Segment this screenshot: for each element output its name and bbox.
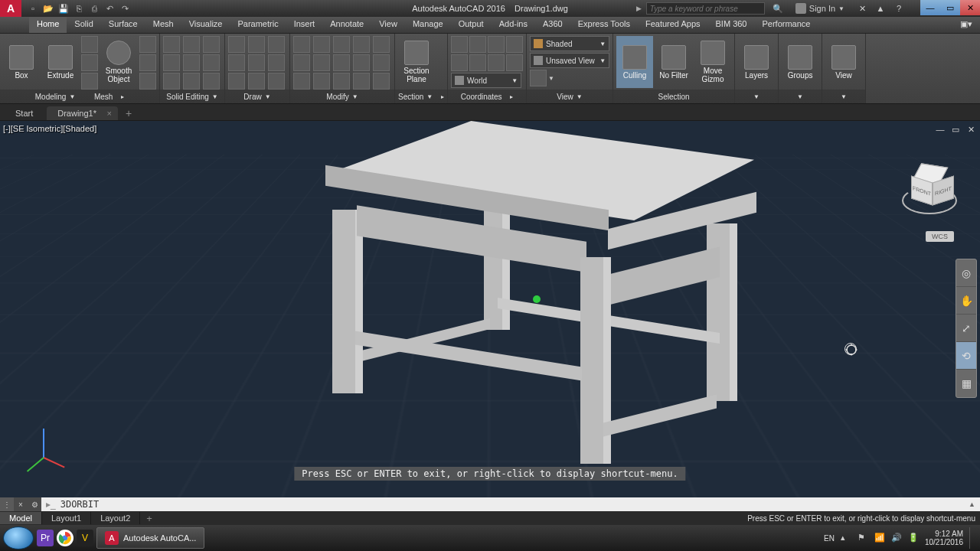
new-tab-button[interactable]: + bbox=[121, 106, 136, 120]
nav-orbit-icon[interactable]: ⟲ bbox=[956, 342, 976, 370]
visual-style-combo[interactable]: Shaded▼ bbox=[530, 36, 609, 51]
taskbar-chrome-icon[interactable] bbox=[57, 530, 74, 546]
tab-view[interactable]: View bbox=[371, 17, 405, 33]
stretch-icon[interactable] bbox=[353, 54, 370, 71]
tab-insert[interactable]: Insert bbox=[286, 17, 323, 33]
close-button[interactable]: ✕ bbox=[960, 0, 980, 15]
extract-icon[interactable] bbox=[163, 73, 180, 90]
offset-icon[interactable] bbox=[183, 73, 200, 90]
cmdline-close-icon[interactable]: × bbox=[14, 497, 28, 511]
add-layout-button[interactable]: + bbox=[140, 511, 158, 526]
qat-new-icon[interactable]: ▫ bbox=[26, 2, 40, 15]
view2-dropdown-icon[interactable]: ▼ bbox=[841, 93, 847, 100]
ribbon-collapse-icon[interactable]: ▣▾ bbox=[952, 17, 980, 33]
array-icon[interactable] bbox=[373, 36, 390, 53]
3d-model-table[interactable] bbox=[283, 121, 773, 488]
panel-label-mesh[interactable]: Mesh bbox=[94, 93, 113, 101]
mirror-icon[interactable] bbox=[313, 54, 330, 71]
explode-icon[interactable] bbox=[373, 54, 390, 71]
viewcube[interactable]: FRONT RIGHT bbox=[899, 161, 960, 222]
ellipse-icon[interactable] bbox=[268, 54, 285, 71]
move-icon[interactable] bbox=[293, 36, 310, 53]
tab-model[interactable]: Model bbox=[0, 512, 42, 524]
ucs-icon-2[interactable] bbox=[469, 36, 486, 53]
copy-icon[interactable] bbox=[293, 54, 310, 71]
nav-pan-icon[interactable]: ✋ bbox=[956, 287, 976, 315]
wcs-badge[interactable]: WCS bbox=[926, 231, 954, 242]
minimize-button[interactable]: — bbox=[920, 0, 940, 15]
viewport[interactable]: [-][SE Isometric][Shaded] — ▭ ✕ FRONT RI bbox=[0, 121, 980, 497]
tab-bim360[interactable]: BIM 360 bbox=[708, 17, 755, 33]
slice-icon[interactable] bbox=[163, 54, 180, 71]
panel-label-section[interactable]: Section bbox=[398, 93, 423, 101]
view-button[interactable]: View bbox=[825, 36, 862, 88]
polysolid-icon[interactable] bbox=[81, 36, 98, 53]
section-plane-button[interactable]: Section Plane bbox=[398, 36, 435, 88]
move-gizmo-button[interactable]: Move Gizmo bbox=[694, 36, 731, 88]
panel-label-view[interactable]: View bbox=[557, 93, 573, 101]
tray-flag-icon[interactable]: ⚑ bbox=[858, 533, 868, 543]
ucs-icon-7[interactable] bbox=[488, 54, 505, 71]
search-input[interactable] bbox=[646, 2, 765, 15]
ucs-icon[interactable] bbox=[28, 419, 74, 465]
command-history-icon[interactable]: ▲ bbox=[969, 500, 975, 508]
tray-volume-icon[interactable]: 🔊 bbox=[891, 533, 902, 543]
tab-performance[interactable]: Performance bbox=[754, 17, 818, 33]
command-input[interactable] bbox=[60, 499, 980, 510]
panel-label-modify[interactable]: Modify bbox=[326, 93, 348, 101]
no-filter-button[interactable]: No Filter bbox=[655, 36, 692, 88]
groups-dropdown-icon[interactable]: ▼ bbox=[797, 93, 803, 100]
join-icon[interactable] bbox=[373, 73, 390, 90]
tab-solid[interactable]: Solid bbox=[67, 17, 100, 33]
intersect-icon[interactable] bbox=[203, 36, 220, 53]
arc-icon[interactable] bbox=[268, 36, 285, 53]
cmdline-handle-icon[interactable]: ⋮ bbox=[0, 497, 14, 511]
tab-express[interactable]: Express Tools bbox=[570, 17, 638, 33]
tab-addins[interactable]: Add-ins bbox=[492, 17, 535, 33]
tab-visualize[interactable]: Visualize bbox=[181, 17, 230, 33]
mesh-icon-1[interactable] bbox=[139, 36, 156, 53]
close-tab-icon[interactable]: × bbox=[107, 109, 112, 118]
qat-save-icon[interactable]: 💾 bbox=[57, 2, 70, 15]
imprint-icon[interactable] bbox=[203, 54, 220, 71]
view-small-icon[interactable] bbox=[530, 70, 547, 86]
loft-icon[interactable] bbox=[81, 73, 98, 90]
start-button[interactable] bbox=[3, 527, 34, 549]
mesh-icon-2[interactable] bbox=[139, 54, 156, 71]
ucs-icon-1[interactable] bbox=[451, 36, 468, 53]
saved-view-combo[interactable]: Unsaved View▼ bbox=[530, 53, 609, 68]
chevron-right-icon[interactable]: ▶ bbox=[636, 5, 642, 12]
circle-icon[interactable] bbox=[228, 54, 245, 71]
filetab-start[interactable]: Start bbox=[5, 106, 44, 120]
scale-icon[interactable] bbox=[353, 36, 370, 53]
fillet2-icon[interactable] bbox=[333, 54, 350, 71]
rotate-icon[interactable] bbox=[313, 36, 330, 53]
ucs-icon-6[interactable] bbox=[469, 54, 486, 71]
tab-annotate[interactable]: Annotate bbox=[322, 17, 371, 33]
vp-close-icon[interactable]: ✕ bbox=[965, 124, 977, 135]
culling-button[interactable]: Culling bbox=[616, 36, 653, 88]
tab-surface[interactable]: Surface bbox=[101, 17, 145, 33]
qat-saveas-icon[interactable]: ⎘ bbox=[72, 2, 86, 15]
ucs-icon-4[interactable] bbox=[506, 36, 523, 53]
show-desktop-button[interactable] bbox=[969, 527, 975, 549]
tray-show-hidden-icon[interactable]: ▴ bbox=[841, 533, 851, 543]
search-icon[interactable]: 🔍 bbox=[769, 2, 786, 15]
tab-parametric[interactable]: Parametric bbox=[230, 17, 286, 33]
tray-clock[interactable]: 9:12 AM 10/21/2016 bbox=[925, 530, 963, 546]
app-menu-button[interactable]: A bbox=[0, 0, 21, 17]
tray-lang[interactable]: EN bbox=[824, 534, 835, 543]
mesh-icon-3[interactable] bbox=[139, 73, 156, 90]
qat-undo-icon[interactable]: ↶ bbox=[103, 2, 116, 15]
tray-network-icon[interactable]: 📶 bbox=[874, 533, 885, 543]
cmdline-customize-icon[interactable]: ⚙ bbox=[28, 497, 41, 511]
trim-icon[interactable] bbox=[333, 36, 350, 53]
nav-zoom-icon[interactable]: ⤢ bbox=[956, 315, 976, 342]
nav-wheel-icon[interactable]: ◎ bbox=[956, 259, 976, 287]
taskbar-premiere-icon[interactable]: Pr bbox=[37, 530, 54, 546]
taskbar-autocad[interactable]: A Autodesk AutoCA... bbox=[96, 527, 204, 549]
tab-a360[interactable]: A360 bbox=[535, 17, 570, 33]
polygon-icon[interactable] bbox=[228, 73, 245, 90]
exchange-icon[interactable]: ✕ bbox=[854, 2, 871, 15]
tab-featured[interactable]: Featured Apps bbox=[638, 17, 708, 33]
